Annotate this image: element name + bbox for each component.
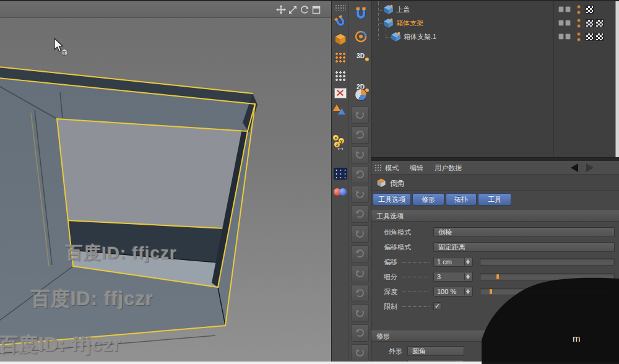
leader-dots xyxy=(402,292,430,292)
field-label: 偏移模式 xyxy=(384,240,411,254)
subdivision-field[interactable]: 3 xyxy=(433,272,473,282)
pan-icon[interactable] xyxy=(276,5,286,15)
spinner-arrows[interactable] xyxy=(464,258,472,266)
dark-overlay: m xyxy=(477,260,619,364)
texture-tag-icon[interactable] xyxy=(586,19,594,27)
snap-mode-icon[interactable] xyxy=(351,106,369,124)
limit-checkbox[interactable]: ✓ xyxy=(433,302,441,310)
snap-mode-icon[interactable] xyxy=(351,186,369,203)
grid-points-icon[interactable] xyxy=(333,69,348,83)
spinner-arrows[interactable] xyxy=(464,288,472,295)
enable-snap-icon[interactable] xyxy=(352,4,369,24)
history-forward-icon[interactable] xyxy=(586,163,594,172)
object-row[interactable]: 箱体支架.1 xyxy=(371,31,619,43)
snap-mode-icon[interactable] xyxy=(351,166,369,183)
bevel-mode-dropdown[interactable]: 倒棱 xyxy=(433,227,615,237)
spinner-arrows[interactable] xyxy=(464,273,472,280)
check-mark: ✓ xyxy=(435,302,440,310)
offset-field[interactable]: 1 cm xyxy=(433,257,473,267)
field-label: 倒角模式 xyxy=(384,225,411,239)
auto-switch-icon[interactable] xyxy=(333,104,345,116)
texture-tag-icon[interactable] xyxy=(586,6,594,14)
snap-3d-icon[interactable]: 3D xyxy=(352,51,369,62)
maximize-icon[interactable] xyxy=(311,5,321,15)
depth-field[interactable]: 100 % xyxy=(433,287,473,297)
bevel-cursor-badge xyxy=(61,49,67,56)
snap-mode-icon[interactable] xyxy=(351,305,369,322)
modeling-toolbar: xyz ↔ xyxy=(331,0,348,364)
object-label-selected[interactable]: 箱体支架 xyxy=(396,19,423,28)
leader-dots xyxy=(402,306,430,307)
visibility-dots-icon[interactable] xyxy=(577,5,581,15)
field-label: 偏移 xyxy=(384,255,397,269)
offset-mode-dropdown[interactable]: 固定距离 xyxy=(433,242,615,252)
snap-radial-icon[interactable] xyxy=(352,27,369,46)
snap-mode-icon[interactable] xyxy=(351,126,369,144)
texture-tag-icon[interactable] xyxy=(595,19,604,27)
object-row[interactable]: 箱体支架 xyxy=(371,17,619,30)
shape-dropdown[interactable]: 圆角 xyxy=(407,346,464,356)
object-icon[interactable] xyxy=(391,32,401,42)
tree-connector xyxy=(386,37,391,38)
snap-auto-icon[interactable] xyxy=(352,88,369,102)
grip-handle-icon[interactable] xyxy=(335,4,346,11)
snap-mode-icon[interactable] xyxy=(351,245,369,262)
snap-magnet-icon[interactable] xyxy=(333,14,348,30)
watermark: 百度ID: ffjczr xyxy=(66,241,177,265)
field-label: 外形 xyxy=(389,344,402,358)
snap-mode-icon[interactable] xyxy=(351,344,369,362)
snap-mode-icon[interactable] xyxy=(351,225,369,243)
visibility-dots-icon[interactable] xyxy=(577,32,581,42)
menu-mode[interactable]: 模式 xyxy=(381,161,402,175)
viewport-titlebar xyxy=(0,2,331,18)
object-label[interactable]: 箱体支架.1 xyxy=(404,32,436,41)
texture-tag-icon[interactable] xyxy=(595,33,604,41)
scrollbar[interactable] xyxy=(615,1,619,157)
texture-tag-icon[interactable] xyxy=(586,33,594,41)
menu-edit[interactable]: 编辑 xyxy=(406,161,427,175)
c4d-window: { "viewport": { "nav_icons": [ {"name": … xyxy=(0,0,619,364)
object-icon[interactable] xyxy=(383,18,394,28)
rotate-icon[interactable] xyxy=(300,5,310,15)
layer-toggle-icon[interactable] xyxy=(558,6,572,13)
row-bevel-mode: 倒角模式 倒棱 xyxy=(371,225,619,239)
snap-mode-icon[interactable] xyxy=(351,206,369,223)
tab-tool[interactable]: 工具 xyxy=(478,193,511,206)
object-icon[interactable] xyxy=(383,4,394,15)
tree-connector xyxy=(379,10,383,11)
3d-viewport[interactable]: 百度ID: ffjczr 百度ID: ffjczr 百度ID: ffjczr xyxy=(0,0,331,364)
snap-mode-icon[interactable] xyxy=(351,146,369,163)
dolly-icon[interactable] xyxy=(288,5,298,15)
visibility-dots-icon[interactable] xyxy=(577,19,581,28)
grip-handle-icon[interactable] xyxy=(374,164,381,171)
tab-tool-options[interactable]: 工具选项 xyxy=(373,193,411,206)
layer-toggle-icon[interactable] xyxy=(558,20,572,27)
history-back-icon[interactable] xyxy=(571,163,578,172)
mouse-cursor xyxy=(51,37,72,58)
overlay-text: m xyxy=(573,333,581,344)
snap-mode-icon[interactable] xyxy=(351,324,369,342)
tab-topology[interactable]: 拓扑 xyxy=(446,193,477,206)
tab-shaping[interactable]: 修形 xyxy=(412,193,444,206)
starfield-icon[interactable] xyxy=(333,167,348,180)
layer-toggle-icon[interactable] xyxy=(558,33,572,40)
workplane-cube-icon[interactable] xyxy=(333,31,348,47)
watermark: 百度ID: ffjczr xyxy=(31,286,154,312)
snap-mode-icon[interactable] xyxy=(351,265,369,282)
field-label: 深度 xyxy=(384,285,397,298)
magnet-balls-icon[interactable] xyxy=(333,186,348,198)
quantize-grid-icon[interactable] xyxy=(333,51,348,64)
object-label[interactable]: 上盖 xyxy=(396,5,410,14)
workplane-arrows-icon[interactable]: ↔ xyxy=(333,141,348,152)
menu-userdata[interactable]: 用户数据 xyxy=(431,161,465,175)
field-label: 限制 xyxy=(384,300,397,313)
watermark: 百度ID: ffjczr xyxy=(0,332,121,358)
section-tool-options[interactable]: 工具选项 xyxy=(371,210,619,222)
row-offset-mode: 偏移模式 固定距离 xyxy=(371,240,619,254)
leader-dots xyxy=(402,262,430,262)
object-row[interactable]: 上盖 xyxy=(371,4,619,16)
snap-mode-icon[interactable] xyxy=(351,285,369,302)
snap-toolbar: 3D 2D xyxy=(348,0,371,364)
workplane-image-icon[interactable] xyxy=(333,87,348,99)
attribute-tabs: 工具选项 修形 拓扑 工具 xyxy=(371,191,619,209)
